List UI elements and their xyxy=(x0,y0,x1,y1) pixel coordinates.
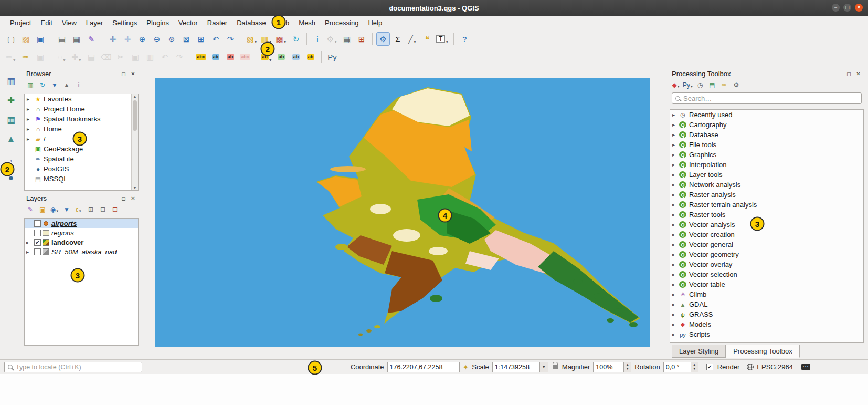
scripts-menu-icon[interactable]: Py▼ xyxy=(683,80,693,90)
expand-arrow[interactable]: ▸ xyxy=(27,136,34,142)
menu-mesh[interactable]: Mesh xyxy=(294,17,320,29)
field-calculator-icon[interactable]: ⊞ xyxy=(355,32,368,46)
pan-to-selection-icon[interactable]: ✛ xyxy=(121,32,134,46)
filter-browser-icon[interactable]: ▼ xyxy=(50,80,59,90)
processing-group-recently-used[interactable]: ▸◷Recently used xyxy=(670,110,863,120)
layer-checkbox[interactable] xyxy=(34,248,41,255)
processing-group-file-tools[interactable]: ▸QFile tools xyxy=(670,140,863,150)
zoom-next-icon[interactable]: ↷ xyxy=(224,32,237,46)
expand-arrow[interactable]: ▸ xyxy=(27,106,34,112)
expand-arrow[interactable]: ▸ xyxy=(672,162,679,168)
expand-arrow[interactable]: ▸ xyxy=(27,126,34,132)
processing-group-climb[interactable]: ▸✳Climb xyxy=(670,289,863,299)
float-panel-icon[interactable]: ◻ xyxy=(845,71,852,77)
processing-group-database[interactable]: ▸QDatabase xyxy=(670,130,863,140)
float-panel-icon[interactable]: ◻ xyxy=(120,71,127,77)
identify-features-icon[interactable]: i xyxy=(311,32,324,46)
expand-arrow[interactable]: ▸ xyxy=(672,292,679,297)
style-manager-icon[interactable]: ✎ xyxy=(84,32,98,46)
layer-checkbox[interactable] xyxy=(34,220,41,227)
locate-input[interactable] xyxy=(16,364,139,371)
processing-group-scripts[interactable]: ▸pyScripts xyxy=(670,329,863,339)
models-menu-icon[interactable]: ◆▼ xyxy=(671,80,681,90)
zoom-to-selection-icon[interactable]: ⊠ xyxy=(179,32,193,46)
layer-item-landcover[interactable]: ▸✔landcover xyxy=(25,237,138,247)
toggle-editing-icon[interactable]: ✏ xyxy=(19,50,33,64)
collapse-all-layers-icon[interactable]: ⊟ xyxy=(98,205,108,214)
show-layout-manager-icon[interactable]: ▦ xyxy=(70,32,83,46)
zoom-full-icon[interactable]: ⊛ xyxy=(165,32,178,46)
zoom-last-icon[interactable]: ↶ xyxy=(209,32,223,46)
expand-arrow[interactable]: ▸ xyxy=(26,240,33,245)
menu-processing[interactable]: Processing xyxy=(320,17,363,29)
expand-arrow[interactable]: ▸ xyxy=(26,249,33,255)
expand-arrow[interactable]: ▸ xyxy=(672,222,679,227)
manage-map-themes-icon[interactable]: ◉▼ xyxy=(50,205,59,214)
processing-group-raster-terrain-analysis[interactable]: ▸QRaster terrain analysis xyxy=(670,200,863,210)
expand-arrow[interactable]: ▸ xyxy=(672,242,679,247)
expand-arrow[interactable]: ▸ xyxy=(672,142,679,148)
expand-arrow[interactable]: ▸ xyxy=(672,112,679,118)
tab-layer-styling[interactable]: Layer Styling xyxy=(672,345,726,358)
expand-arrow[interactable]: ▸ xyxy=(672,172,679,178)
layer-labeling-options-icon[interactable]: abc xyxy=(194,50,208,64)
processing-group-vector-creation[interactable]: ▸QVector creation xyxy=(670,230,863,240)
processing-group-gdal[interactable]: ▸▲GDAL xyxy=(670,299,863,309)
processing-group-vector-overlay[interactable]: ▸QVector overlay xyxy=(670,259,863,269)
help-icon[interactable]: ? xyxy=(458,32,471,46)
edit-features-in-place-icon[interactable]: ✏ xyxy=(719,80,729,90)
tab-processing-toolbox[interactable]: Processing Toolbox xyxy=(726,345,800,358)
vertex-tool-icon[interactable]: ✚▼ xyxy=(70,50,83,64)
filter-by-expression-icon[interactable]: ε▼ xyxy=(74,205,83,214)
new-project-icon[interactable]: ▢ xyxy=(4,32,18,46)
menu-edit[interactable]: Edit xyxy=(36,17,57,29)
processing-group-vector-general[interactable]: ▸QVector general xyxy=(670,240,863,250)
processing-group-vector-table[interactable]: ▸QVector table xyxy=(670,279,863,289)
expand-arrow[interactable]: ▸ xyxy=(672,232,679,237)
expand-arrow[interactable]: ▸ xyxy=(672,321,679,327)
highlight-pinned-labels-icon[interactable]: abc xyxy=(238,50,252,64)
paste-features-icon[interactable]: ▥ xyxy=(143,50,157,64)
spinner-arrows-icon[interactable]: ▲▼ xyxy=(623,362,631,372)
checkbox-checked-icon[interactable]: ✔ xyxy=(706,364,713,370)
processing-search[interactable] xyxy=(672,92,862,104)
float-panel-icon[interactable]: ◻ xyxy=(120,195,127,201)
change-label-properties-icon[interactable]: ab xyxy=(304,50,317,64)
expand-arrow[interactable]: ▸ xyxy=(672,262,679,267)
layer-item-sr-50m-alaska-nad[interactable]: ▸SR_50M_alaska_nad xyxy=(25,247,138,256)
results-viewer-icon[interactable]: ▤ xyxy=(707,80,717,90)
processing-group-grass[interactable]: ▸ψGRASS xyxy=(670,309,863,319)
show-properties-widget-icon[interactable]: i xyxy=(74,80,83,90)
refresh-browser-icon[interactable]: ↻ xyxy=(38,80,47,90)
processing-group-layer-tools[interactable]: ▸QLayer tools xyxy=(670,170,863,180)
layer-checkbox[interactable] xyxy=(34,230,41,236)
processing-group-network-analysis[interactable]: ▸QNetwork analysis xyxy=(670,180,863,190)
options-icon[interactable]: ⚙ xyxy=(732,80,741,90)
browser-item-favorites[interactable]: ▸★Favorites xyxy=(25,94,131,104)
text-annotation-icon[interactable]: T▼ xyxy=(435,32,450,46)
map-tips-icon[interactable]: ❝ xyxy=(420,32,434,46)
expand-arrow[interactable]: ▸ xyxy=(672,311,679,317)
processing-toolbox-toggle-icon[interactable]: ⚙ xyxy=(376,32,390,46)
run-feature-action-icon[interactable]: ⚙▼ xyxy=(325,32,339,46)
cut-features-icon[interactable]: ✂ xyxy=(114,50,128,64)
close-icon[interactable]: ✕ xyxy=(855,4,863,12)
zoom-to-layer-icon[interactable]: ⊞ xyxy=(194,32,208,46)
browser-item-spatial-bookmarks[interactable]: ▸⚑Spatial Bookmarks xyxy=(25,114,131,124)
filter-legend-icon[interactable]: ▼ xyxy=(62,205,71,214)
menu-vector[interactable]: Vector xyxy=(174,17,203,29)
processing-search-input[interactable] xyxy=(683,95,858,102)
magnifier-spinbox[interactable]: ▲▼ xyxy=(593,362,631,372)
deselect-all-icon[interactable]: ▩▼ xyxy=(274,32,288,46)
measure-line-icon[interactable]: ╱▼ xyxy=(406,32,419,46)
processing-group-cartography[interactable]: ▸QCartography xyxy=(670,120,863,130)
coordinate-input[interactable] xyxy=(387,362,460,372)
browser-item-postgis[interactable]: ▸●PostGIS xyxy=(25,164,131,174)
open-data-source-manager-icon[interactable]: ▦ xyxy=(4,74,18,88)
pan-map-icon[interactable]: ✛ xyxy=(106,32,120,46)
browser-item-spatialite[interactable]: ▸✒SpatiaLite xyxy=(25,154,131,164)
expand-arrow[interactable]: ▸ xyxy=(672,272,679,277)
expand-arrow[interactable]: ▸ xyxy=(672,282,679,287)
processing-group-raster-tools[interactable]: ▸QRaster tools xyxy=(670,210,863,220)
statistical-summary-icon[interactable]: Σ xyxy=(391,32,405,46)
